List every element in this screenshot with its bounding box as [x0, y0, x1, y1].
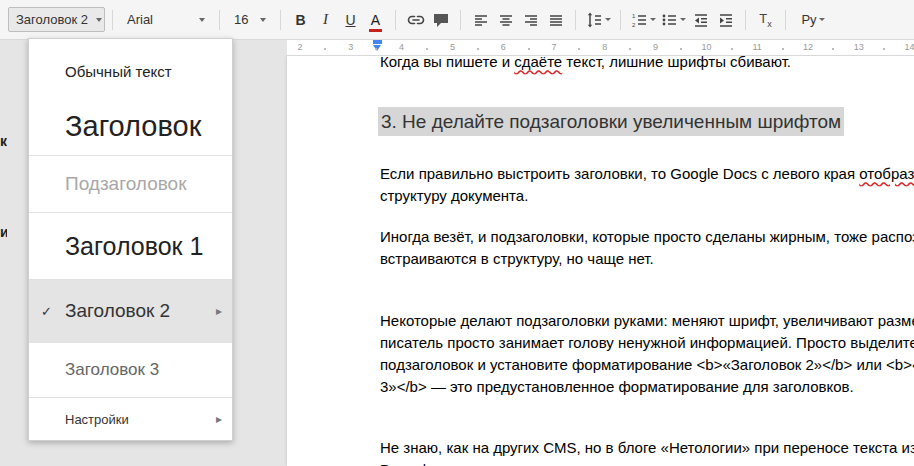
toolbar-separator — [620, 10, 621, 30]
menu-item-subtitle[interactable]: Подзаголовок — [29, 156, 232, 212]
submenu-arrow-icon: ▸ — [216, 412, 222, 426]
insert-comment-button[interactable] — [428, 7, 453, 33]
menu-item-heading-1[interactable]: Заголовок 1 — [29, 213, 232, 279]
line-spacing-button[interactable] — [583, 7, 613, 33]
align-right-button[interactable] — [518, 7, 543, 33]
menu-item-label: Обычный текст — [65, 63, 172, 80]
doc-paragraph-line[interactable]: Некоторые делают подзаголовки руками: ме… — [380, 310, 914, 332]
ruler-tick — [578, 48, 580, 50]
align-center-button[interactable] — [493, 7, 518, 33]
ruler[interactable]: 234567891011121314 — [287, 40, 914, 56]
document-page[interactable]: Когда вы пишете и сдаёте текст, лишние ш… — [287, 56, 914, 466]
chevron-down-icon — [680, 18, 686, 21]
ruler-number: 8 — [602, 42, 607, 52]
input-tools-button[interactable]: Ру — [793, 7, 833, 33]
doc-heading-2[interactable]: 3. Не делайте подзаголовки увеличенным ш… — [378, 111, 844, 133]
text-color-icon: A — [371, 13, 380, 27]
doc-paragraph-line[interactable]: структуру документа. — [380, 185, 528, 207]
menu-item-normal-text[interactable]: Обычный текст — [29, 45, 232, 97]
doc-paragraph-line[interactable]: подзаголовок и установите форматирование… — [380, 354, 914, 376]
line-spacing-icon — [585, 11, 603, 29]
ruler-number: 7 — [551, 42, 556, 52]
ruler-number: 11 — [753, 42, 762, 52]
doc-paragraph-line[interactable]: Если правильно выстроить заголовки, то G… — [380, 163, 914, 185]
underline-button[interactable]: U — [338, 7, 363, 33]
ruler-tick — [477, 48, 479, 50]
ruler-number: 12 — [803, 42, 813, 52]
font-size-selector[interactable]: 16 — [227, 7, 273, 32]
menu-item-label: Заголовок — [65, 110, 201, 143]
doc-text: Если правильно выстроить заголовки, то G… — [380, 165, 859, 182]
ruler-tick — [375, 48, 377, 50]
google-docs-window: Заголовок 2 Arial 16 B I U A — [0, 0, 914, 466]
chevron-down-icon — [199, 18, 205, 22]
comment-icon — [432, 11, 450, 29]
menu-item-label: Заголовок 2 — [65, 300, 170, 322]
bulleted-list-button[interactable] — [658, 7, 688, 33]
doc-paragraph-line[interactable]: Иногда везёт, и подзаголовки, которые пр… — [380, 226, 914, 248]
checkmark-icon: ✓ — [41, 304, 52, 319]
align-justify-button[interactable] — [543, 7, 568, 33]
doc-paragraph-line[interactable]: встраиваются в структуру, но чаще нет. — [380, 248, 654, 270]
menu-item-options[interactable]: Настройки ▸ — [29, 398, 232, 440]
doc-text: Когда вы пишете и — [380, 56, 514, 70]
font-size-value: 16 — [234, 12, 248, 27]
outline-fragment: к — [0, 133, 7, 149]
italic-label: I — [323, 11, 328, 28]
paragraph-style-selector[interactable]: Заголовок 2 — [8, 7, 105, 32]
insert-link-button[interactable] — [403, 7, 428, 33]
doc-paragraph-line[interactable]: 3»</b> — это предустановленное форматиро… — [380, 376, 854, 398]
font-family-value: Arial — [127, 12, 153, 27]
first-line-indent-marker[interactable] — [373, 40, 382, 44]
misspelled-word: сдаёте — [514, 56, 562, 70]
ruler-tick — [528, 48, 530, 50]
toolbar-separator — [460, 10, 461, 30]
chevron-down-icon — [650, 18, 656, 21]
text-color-button[interactable]: A — [363, 7, 388, 33]
doc-intro-line[interactable]: Когда вы пишете и сдаёте текст, лишние ш… — [380, 56, 791, 73]
chevron-down-icon — [819, 18, 825, 21]
underline-label: U — [345, 12, 355, 28]
numbered-list-button[interactable]: 1 2 — [628, 7, 658, 33]
misspelled-word: отобразит — [859, 165, 914, 182]
toolbar-separator — [575, 10, 576, 30]
input-tools-label: Ру — [801, 12, 816, 27]
ruler-tick — [832, 48, 834, 50]
paragraph-style-value: Заголовок 2 — [16, 12, 88, 27]
italic-button[interactable]: I — [313, 7, 338, 33]
doc-paragraph-line[interactable]: писатель просто занимает голову ненужной… — [380, 332, 914, 354]
ruler-number: 3 — [348, 42, 353, 52]
ruler-tick — [324, 48, 326, 50]
align-left-button[interactable] — [468, 7, 493, 33]
toolbar-separator — [745, 10, 746, 30]
ruler-tick — [629, 48, 631, 50]
align-justify-icon — [547, 11, 565, 29]
chevron-down-icon — [96, 18, 102, 22]
toolbar-separator — [219, 10, 220, 30]
ruler-number: 9 — [653, 42, 658, 52]
highlighted-heading-text: 3. Не делайте подзаголовки увеличенным ш… — [378, 107, 844, 136]
doc-paragraph-line[interactable]: Не знаю, как на других CMS, но в блоге «… — [380, 437, 914, 459]
decrease-indent-button[interactable] — [688, 7, 713, 33]
clear-formatting-icon: Tx — [759, 11, 771, 29]
doc-paragraph-line[interactable]: Docs форматирование заголовков сохраняет… — [380, 459, 715, 466]
ruler-number: 5 — [450, 42, 455, 52]
svg-text:2: 2 — [632, 22, 636, 28]
toolbar: Заголовок 2 Arial 16 B I U A — [0, 0, 914, 40]
chevron-down-icon — [260, 18, 266, 22]
bulleted-list-icon — [660, 11, 678, 29]
align-center-icon — [497, 11, 515, 29]
ruler-number: 13 — [854, 42, 864, 52]
clear-formatting-button[interactable]: Tx — [753, 7, 778, 33]
bold-button[interactable]: B — [288, 7, 313, 33]
ruler-number: 10 — [701, 42, 711, 52]
menu-item-heading-2[interactable]: ✓ Заголовок 2 ▸ — [29, 280, 232, 342]
menu-item-title[interactable]: Заголовок — [29, 97, 232, 155]
decrease-indent-icon — [692, 11, 710, 29]
menu-item-heading-3[interactable]: Заголовок 3 — [29, 343, 232, 397]
increase-indent-button[interactable] — [713, 7, 738, 33]
font-family-selector[interactable]: Arial — [120, 7, 212, 32]
doc-text: текст, лишние шрифты сбивают. — [562, 56, 791, 70]
ruler-tick — [782, 48, 784, 50]
toolbar-separator — [280, 10, 281, 30]
